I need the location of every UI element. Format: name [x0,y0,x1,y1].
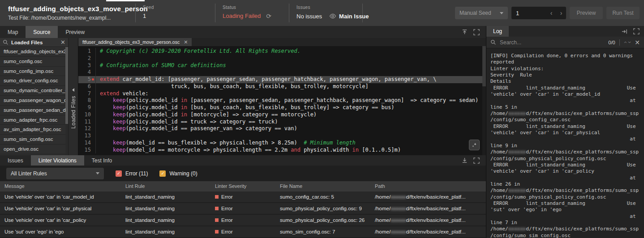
tab-linter-violations[interactable]: Linter Violations [31,155,84,166]
file-item[interactable]: sumo_passenger_sedan_dy [0,106,68,115]
file-item[interactable]: sumo_dynamic_controller_c [0,86,68,96]
column-header-linter-severity[interactable]: Linter Severity [210,181,275,191]
file-item[interactable]: sumo_passenger_wagon_dy [0,96,68,106]
top-window-strip [106,0,145,1]
log-search-input[interactable]: Search... [500,39,608,46]
code-line[interactable]: 3# Configuration of SUMO car definitions [78,62,482,69]
log-line: line 26 in [490,181,640,187]
seed-mode-select[interactable]: Manual Seed [455,7,508,19]
status-section: Status Loading Failed ⟳ [215,4,289,22]
seed-section: Seed 1 [135,4,215,22]
download-icon[interactable] [461,157,468,164]
warning-checkbox[interactable]: ✓ [159,170,166,177]
code-line[interactable]: 11 keep(policy.model_id == truck => cate… [78,119,482,126]
code-line[interactable]: 5extend car_model_id: [passenger, passen… [78,76,482,83]
error-filter[interactable]: ✓ Error (11) [116,170,148,177]
column-header-message[interactable]: Message [0,181,121,191]
log-line: /home/xxxxxxd/ftx/env/basic/exe_platform… [490,226,640,232]
linter-rules-select[interactable]: All Linter Rules [6,168,104,179]
pin-right-icon[interactable] [621,28,628,35]
code-line[interactable]: 14 keep(model_id == bus_flexible => phys… [78,140,482,147]
file-item[interactable]: ftfuser_adding_objects_ex3 [0,47,68,57]
table-row[interactable]: Use 'sut' over 'ego' in 'egolint_standar… [0,226,486,237]
code-editor: ftfuser_adding_objects_ex3_move_person.o… [78,38,486,155]
issues-label: Issues [296,5,362,10]
eye-icon [329,13,336,20]
bottom-tab-bar: IssuesLinter ViolationsTest Info [0,155,486,166]
log-line: at [490,98,640,104]
loaded-files-collapse-strip[interactable]: Loaded Files [68,38,78,155]
editor-tab[interactable]: ftfuser_adding_objects_ex3_move_person.o… [78,38,192,46]
code-line[interactable]: 2 [78,55,482,62]
linter-rules-value: All Linter Rules [11,170,47,177]
status-value: Loading Failed [223,13,261,19]
violations-table-header: MessageLint RuleLinter SeverityFile Name… [0,181,486,191]
table-row[interactable]: Use 'vehicle' over 'car' in 'car_physica… [0,203,486,214]
refresh-icon[interactable]: ⟳ [266,13,271,19]
seed-input[interactable]: 1 [511,10,546,17]
code-line[interactable]: 4 [78,69,482,76]
tab-preview[interactable]: Preview [58,26,92,38]
seed-decrement-button[interactable]: ‹ [546,9,556,17]
log-line: 'vehicle' over 'car' in 'car_physical [490,130,640,136]
code-line[interactable]: 6 truck, bus, bus_coach, bus_flexible, b… [78,83,482,90]
fullscreen-icon[interactable] [473,157,480,164]
log-line: /config/sumo_sim_config.osc [490,233,640,238]
top-header-bar: ftfuser_adding_objects_ex3_move_person T… [0,0,644,26]
seed-increment-button[interactable]: › [556,9,566,17]
tab-source[interactable]: Source [26,26,58,38]
error-severity-icon [215,218,219,222]
tab-issues[interactable]: Issues [0,155,31,166]
file-item[interactable]: sumo_config_imp.osc [0,67,68,76]
file-item[interactable]: av_sim_adapter_frpc.osc [0,125,68,135]
tab-log[interactable]: Log [486,26,509,37]
code-line[interactable]: 7extend vehicle: [78,90,482,98]
seed-stepper[interactable]: 1 ‹ › [511,7,566,19]
issues-section: Issues No issues Main Issue [289,4,363,22]
tab-map[interactable]: Map [0,26,26,38]
code-area[interactable]: 1# Copyright (c) 2019-2020 Foretellix Lt… [78,46,482,155]
log-search-bar[interactable]: Search... 0/0 › › ✕ [486,37,644,48]
warning-filter[interactable]: ✓ Warning (0) [159,170,197,177]
code-line[interactable]: 12 keep(policy.model_id == passenger_van… [78,125,482,132]
code-line[interactable]: 10 keep(policy.model_id in [motorcycle] … [78,111,482,119]
error-filter-label: Error (11) [125,170,148,177]
editor-scrollbar[interactable] [482,46,486,155]
column-header-lint-rule[interactable]: Lint Rule [121,181,210,191]
code-line[interactable]: 13 [78,132,482,140]
test-file-path: Test File: /home/Documents/new_exampl... [8,15,135,21]
main-issue-button[interactable]: Main Issue [329,13,369,20]
column-header-file-name[interactable]: File Name [275,181,370,191]
file-item[interactable]: open_drive.osc [0,144,68,154]
file-item[interactable]: sumo_config.osc [0,57,68,67]
log-line: at [490,213,640,220]
column-header-path[interactable]: Path [370,181,486,191]
close-icon[interactable]: ✕ [635,39,640,46]
code-line[interactable]: 9 keep(policy.model_id in [bus, bus_coac… [78,104,482,111]
log-line: /home/xxxxxxd/ftx/env/basic/exe_platform… [490,187,640,194]
ai-assist-button[interactable] [469,140,480,150]
run-test-button[interactable]: Run Test [606,7,640,19]
file-item[interactable]: sumo_driver_config.osc [0,76,68,86]
table-row[interactable]: Use 'vehicle' over 'car' in 'car_model_i… [0,191,486,202]
error-checkbox[interactable]: ✓ [116,170,122,177]
log-line: Severity Rule [490,72,640,78]
log-line: /config/sumo_config_car.osc [490,117,640,123]
close-icon[interactable]: ✕ [60,39,65,45]
log-line: 'vehicle' over 'car' in 'car_policy [490,168,640,174]
log-line: line 5 in [490,104,640,110]
close-icon[interactable]: ✕ [184,40,188,45]
code-line[interactable]: 8 keep(policy.model_id in [passenger, pa… [78,97,482,104]
fullscreen-icon[interactable] [473,29,480,35]
search-next-button[interactable]: › [627,41,633,43]
file-item[interactable]: sumo_sim_config.osc [0,135,68,144]
collapse-top-icon[interactable] [461,29,468,35]
warning-filter-label: Warning (0) [169,170,197,177]
table-row[interactable]: Use 'vehicle' over 'car' in 'car_policyl… [0,215,486,225]
file-item[interactable]: sumo_adapter_frpc.osc [0,115,68,125]
code-line[interactable]: 15 keep(model_id == motorcycle => physic… [78,147,482,154]
tab-test-info[interactable]: Test Info [84,155,120,166]
fullscreen-icon[interactable] [633,28,640,34]
code-line[interactable]: 1# Copyright (c) 2019-2020 Foretellix Lt… [78,48,482,55]
preview-button[interactable]: Preview [570,7,603,19]
